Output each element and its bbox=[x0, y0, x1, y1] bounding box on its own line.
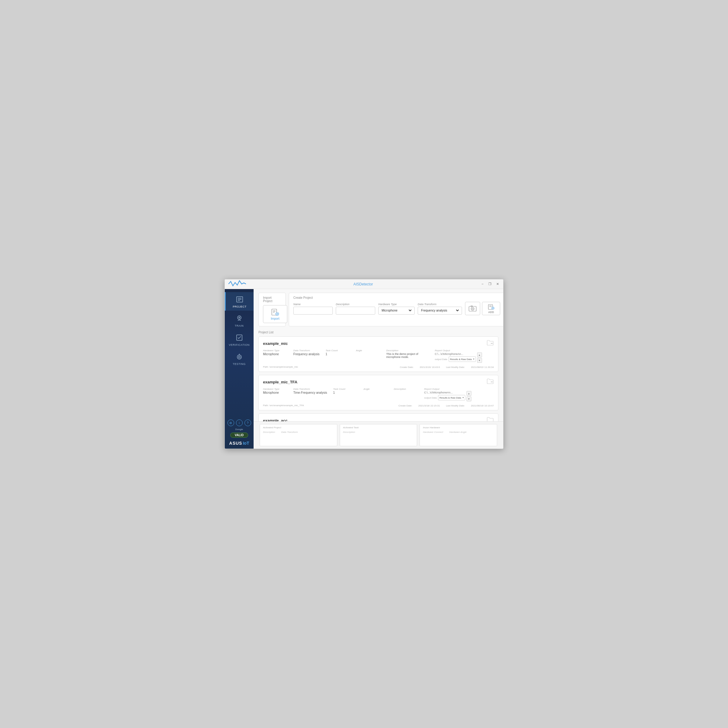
inuse-hardware-label: Inuse Hardware bbox=[423, 426, 494, 429]
hardware-angle-label: Hardware Angle bbox=[449, 431, 466, 433]
report-icon-btn-up-1[interactable]: ▲ bbox=[466, 391, 471, 396]
main-layout: PROJECT TRAIN bbox=[225, 289, 503, 449]
import-btn-label: Import bbox=[271, 317, 279, 320]
settings-icon[interactable]: ⚙ bbox=[228, 419, 234, 426]
activated-project-desc-col: Description bbox=[263, 431, 275, 433]
add-button[interactable]: ADD bbox=[482, 302, 500, 315]
sidebar-item-train[interactable]: TRAIN bbox=[225, 311, 254, 330]
description-label-1: Description bbox=[394, 388, 418, 390]
sidebar-bottom-icons: ⚙ i ? bbox=[228, 419, 251, 426]
hardware-connect-label: Hardware Connect bbox=[423, 431, 443, 433]
camera-button[interactable] bbox=[465, 302, 480, 315]
sidebar-item-project[interactable]: PROJECT bbox=[225, 292, 254, 310]
help-icon[interactable]: ? bbox=[245, 419, 251, 426]
valid-badge: VALID bbox=[230, 433, 248, 438]
project-folder-icon-0[interactable] bbox=[486, 340, 494, 347]
report-icon-btn-up-0[interactable]: ▲ bbox=[477, 352, 482, 357]
path-label-0: Path: bbox=[263, 366, 269, 368]
activated-project-transform-label: Data Transform bbox=[281, 431, 298, 433]
minimize-button[interactable]: − bbox=[480, 282, 485, 286]
sidebar-item-verification[interactable]: VERIFICATION bbox=[225, 330, 254, 349]
create-date-label-1: Create Date: bbox=[399, 404, 412, 407]
inuse-hardware-row: Hardware Connect Hardware Angle bbox=[423, 431, 494, 433]
activated-project-row: Description Data Transform bbox=[263, 431, 334, 433]
path-label-1: Path: bbox=[263, 404, 269, 407]
action-buttons: ADD bbox=[465, 302, 500, 315]
meta-transform-0: Data Transform Frequency analysis bbox=[293, 349, 320, 356]
hardware-type-label-0: Hardware Type bbox=[263, 349, 287, 352]
output-data-select-1[interactable]: Results & Raw Data ▾ bbox=[438, 395, 465, 401]
report-icon-btn-down-0[interactable]: ▼ bbox=[477, 358, 482, 363]
hardware-type-label-1: Hardware Type bbox=[263, 388, 287, 390]
report-output-data-0: output Data Results & Raw Data ▾ bbox=[435, 356, 476, 362]
svg-point-18 bbox=[471, 307, 474, 310]
project-card-0: example_mic Hardware Type Microphone bbox=[258, 336, 499, 372]
sidebar-bottom: ⚙ i ? Dongle VALID ASUS IoT bbox=[228, 416, 251, 449]
sidebar-item-label-project: PROJECT bbox=[232, 305, 246, 308]
last-modify-value-1: 2021/08/16/ 10:19:47 bbox=[471, 404, 494, 407]
asus-iot-logo: ASUS IoT bbox=[229, 441, 249, 446]
angle-label-0: Angle bbox=[356, 349, 380, 352]
meta-hardware-1: Hardware Type Microphone bbox=[263, 388, 287, 394]
name-input[interactable] bbox=[293, 307, 333, 315]
hardware-type-select-wrapper[interactable]: Microphone Accelerometer Camera bbox=[378, 307, 414, 315]
close-button[interactable]: ✕ bbox=[495, 282, 500, 286]
description-field: Description bbox=[336, 303, 375, 315]
task-count-value-1: 1 bbox=[333, 391, 357, 394]
path-value-1: \src\example\example_mic_TFA bbox=[269, 404, 304, 407]
maximize-button[interactable]: ❐ bbox=[487, 282, 492, 286]
add-btn-label: ADD bbox=[488, 310, 494, 314]
report-icons-1: ▲ ▼ bbox=[466, 391, 471, 401]
import-section-label: Import Project bbox=[263, 296, 281, 303]
output-chevron-1: ▾ bbox=[463, 396, 464, 399]
window-title: AISDetector bbox=[246, 282, 480, 286]
output-data-label-0: output Data bbox=[435, 358, 447, 361]
project-name-1[interactable]: example_mic_TFA bbox=[263, 380, 297, 384]
svg-point-7 bbox=[237, 355, 242, 359]
description-value-0: This is the demo project of microphone m… bbox=[386, 352, 428, 359]
data-transform-select[interactable]: Frequency analysis Time-Frequency analys… bbox=[420, 309, 460, 312]
iot-text: IoT bbox=[243, 441, 249, 446]
info-icon[interactable]: i bbox=[236, 419, 243, 426]
report-label-0: Report Output bbox=[435, 349, 494, 352]
output-data-label-1: output Data bbox=[424, 396, 436, 399]
activated-project-desc-label: Description bbox=[263, 431, 275, 433]
report-icon-btn-down-1[interactable]: ▼ bbox=[466, 396, 471, 401]
inuse-hardware-section: Inuse Hardware Hardware Connect Hardware… bbox=[419, 424, 497, 446]
camera-icon bbox=[468, 304, 477, 313]
folder-icon-0 bbox=[486, 340, 494, 346]
project-folder-icon-1[interactable] bbox=[486, 378, 494, 386]
description-label: Description bbox=[336, 303, 375, 306]
hardware-type-select[interactable]: Microphone Accelerometer Camera bbox=[380, 309, 413, 312]
create-date-label-0: Create Date: bbox=[400, 366, 413, 369]
report-output-data-1: output Data Results & Raw Data ▾ bbox=[424, 395, 465, 401]
project-folder-icon-2[interactable] bbox=[486, 417, 494, 421]
data-transform-select-wrapper[interactable]: Frequency analysis Time-Frequency analys… bbox=[418, 307, 462, 315]
activated-task-desc-col: Description bbox=[343, 431, 355, 433]
activated-task-desc-label: Description bbox=[343, 431, 355, 433]
project-name-0[interactable]: example_mic bbox=[263, 341, 288, 346]
report-output-area-1: C:\...\c\MicrophoneAn... output Data Res… bbox=[424, 391, 494, 401]
project-card-2: example_acc bbox=[258, 413, 499, 421]
project-footer-0: Path: \src\example\example_mic Create Da… bbox=[263, 365, 494, 369]
folder-icon-1 bbox=[486, 378, 494, 384]
sidebar: PROJECT TRAIN bbox=[225, 289, 254, 449]
project-name-2[interactable]: example_acc bbox=[263, 418, 288, 421]
hardware-angle-col: Hardware Angle bbox=[449, 431, 466, 433]
output-data-select-0[interactable]: Results & Raw Data ▾ bbox=[449, 356, 476, 362]
sidebar-item-testing[interactable]: TESTING bbox=[225, 349, 254, 368]
import-button[interactable]: Import bbox=[263, 305, 287, 323]
project-card-2-header: example_acc bbox=[263, 417, 494, 421]
svg-point-4 bbox=[237, 316, 241, 320]
top-section: Import Project Import bbox=[258, 293, 499, 326]
project-icon bbox=[235, 295, 245, 304]
meta-taskcount-1: Task Count 1 bbox=[333, 388, 357, 394]
footer-dates-1: Create Date: 2021/3/18/ 22:15:31 Last Mo… bbox=[399, 404, 494, 407]
import-icon bbox=[271, 308, 279, 317]
meta-transform-1: Data Transform Time-Frequency analysis bbox=[293, 388, 327, 394]
meta-angle-1: Angle bbox=[363, 388, 388, 391]
hardware-type-field: Hardware Type Microphone Accelerometer C… bbox=[378, 303, 414, 315]
data-transform-value-0: Frequency analysis bbox=[293, 352, 320, 356]
description-input[interactable] bbox=[336, 307, 375, 315]
report-path-1: C:\...\c\MicrophoneAn... bbox=[424, 391, 465, 394]
